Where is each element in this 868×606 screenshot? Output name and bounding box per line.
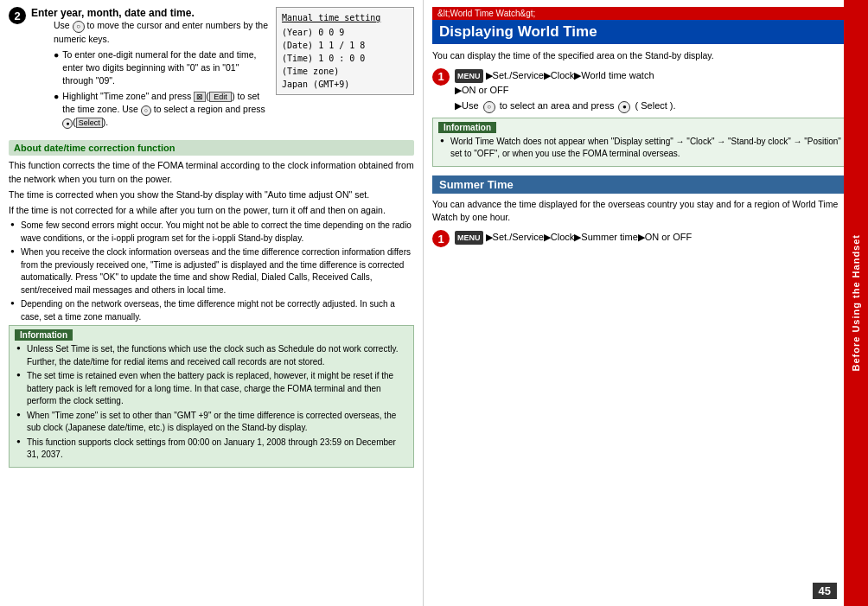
manual-box-line2: (Date) 1 1 / 1 8	[282, 39, 408, 52]
instr-text1: ▶Set./Service▶Clock▶World time watch	[486, 70, 654, 80]
cursor-icon3: ●	[62, 118, 73, 129]
about-bullet-2: When you receive the clock information o…	[9, 246, 414, 297]
instr-use-mid: to select an area and press	[500, 100, 615, 111]
manual-time-box: Manual time setting (Year) 0 0 9 (Date) …	[276, 7, 414, 95]
edit-btn: ⊠	[194, 92, 206, 102]
sidebar-tab: Before Using the Handset	[844, 0, 868, 606]
instr-use-pre: ▶Use	[455, 100, 479, 111]
info-title-left: Information	[15, 329, 73, 341]
summer-time-heading: Summer Time	[432, 175, 859, 194]
step2-number: 2	[9, 7, 26, 24]
instr-line1: MENU ▶Set./Service▶Clock▶World time watc…	[455, 68, 859, 84]
right-description: You can display the time of the specifie…	[432, 49, 859, 63]
step1-right-content: MENU ▶Set./Service▶Clock▶World time watc…	[455, 68, 859, 114]
cursor-icon: ○	[73, 21, 85, 33]
right-column: &lt;World Time Watch&gt; Displaying Worl…	[424, 0, 868, 606]
info-box-left: Information Unless Set Time is set, the …	[9, 325, 414, 468]
manual-box-line1: (Year) 0 0 9	[282, 26, 408, 39]
info-bullets-left: Unless Set Time is set, the functions wh…	[15, 343, 408, 462]
manual-box-line5: Japan (GMT+9)	[282, 78, 408, 91]
info-bullets-right: World Time Watch does not appear when "D…	[438, 136, 853, 161]
step1b-right-row: 1 MENU ▶Set./Service▶Clock▶Summer time▶O…	[432, 230, 859, 247]
sidebar-tab-label: Before Using the Handset	[851, 234, 861, 371]
instr-use-post: ( Select ).	[635, 100, 676, 111]
bullet2: ●Highlight "Time zone" and press ⊠( Edit…	[54, 90, 269, 130]
about-bullets: Some few second errors might occur. You …	[9, 220, 414, 323]
info-bullet-l3: When "Time zone" is set to other than "G…	[15, 410, 408, 435]
manual-box-line3: (Time) 1 0 : 0 0	[282, 52, 408, 65]
page-number: 45	[813, 583, 837, 599]
step2-row: 2 Manual time setting (Year) 0 0 9 (Date…	[9, 7, 414, 133]
world-time-header: &lt;World Time Watch&gt;	[432, 7, 859, 20]
menu-button: MENU	[455, 69, 483, 83]
about-para2: The time is corrected when you show the …	[9, 188, 414, 201]
manual-box-title: Manual time setting	[282, 11, 408, 24]
about-para3: If the time is not corrected for a while…	[9, 204, 414, 217]
info-title-right: Information	[438, 122, 496, 133]
left-column: 2 Manual time setting (Year) 0 0 9 (Date…	[0, 0, 424, 606]
about-bullet-3: Depending on the network overseas, the t…	[9, 298, 414, 323]
cursor-icon-right: ○	[483, 101, 495, 113]
menu-button2: MENU	[455, 231, 483, 245]
step1-right-row: 1 MENU ▶Set./Service▶Clock▶World time wa…	[432, 68, 859, 114]
manual-box-line4: (Time zone)	[282, 65, 408, 78]
about-bullet-1: Some few second errors might occur. You …	[9, 220, 414, 245]
cursor-icon2: ○	[141, 105, 151, 116]
info-bullet-l1: Unless Set Time is set, the functions wh…	[15, 343, 408, 368]
info-box-right: Information World Time Watch does not ap…	[432, 118, 859, 167]
instr-line2: ▶ON or OFF	[455, 83, 859, 99]
instr-line4: MENU ▶Set./Service▶Clock▶Summer time▶ON …	[455, 230, 859, 246]
step1b-right-number: 1	[432, 230, 450, 247]
world-time-title: Displaying World Time	[432, 20, 859, 44]
edit-label: Edit	[209, 92, 233, 102]
instr-line3: ▶Use ○ to select an area and press ● ( S…	[455, 99, 859, 114]
bullet1: ●To enter one-digit numeral for the date…	[54, 48, 269, 88]
select-label: Select	[76, 118, 103, 128]
info-bullet-l2: The set time is retained even when the b…	[15, 370, 408, 408]
about-para1: This function corrects the time of the F…	[9, 159, 414, 185]
info-bullet-l4: This function supports clock settings fr…	[15, 437, 408, 462]
select-circle-icon: ●	[618, 101, 630, 113]
summer-desc: You can advance the time displayed for t…	[432, 198, 859, 226]
info-bullet-r1: World Time Watch does not appear when "D…	[438, 136, 853, 161]
about-heading: About date/time correction function	[9, 140, 414, 156]
step1-right-number: 1	[432, 68, 450, 86]
instr-text4: ▶Set./Service▶Clock▶Summer time▶ON or OF…	[486, 232, 692, 242]
step1b-right-content: MENU ▶Set./Service▶Clock▶Summer time▶ON …	[455, 230, 859, 246]
